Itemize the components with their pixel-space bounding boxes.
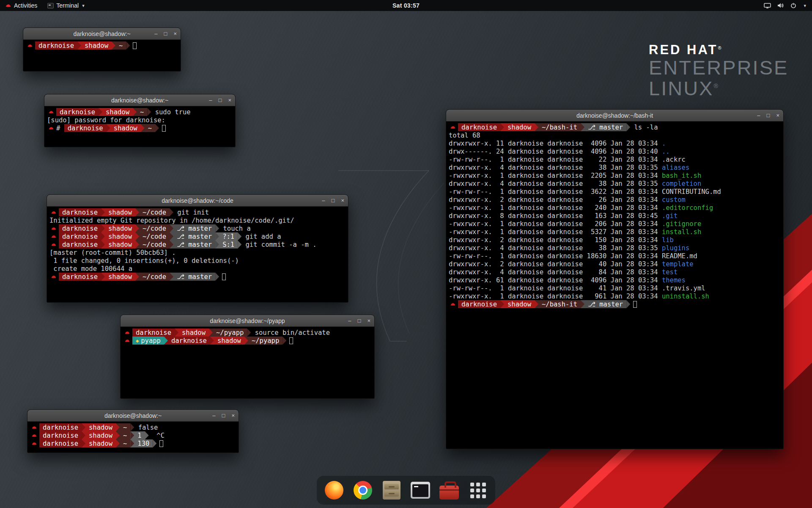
prompt-segment: ~/bash-it [538, 123, 581, 131]
python-icon: ◆ [136, 338, 139, 344]
minimize-button[interactable]: – [322, 198, 325, 203]
close-button[interactable]: × [776, 113, 779, 118]
prompt-segment: S:1 [219, 240, 238, 248]
display-icon[interactable] [764, 3, 771, 8]
redhat-prompt-icon [48, 108, 54, 116]
close-button[interactable]: × [231, 413, 235, 418]
powerline-arrow [130, 439, 134, 447]
window-titlebar[interactable]: darknoise@shadow:~ – □ × [44, 94, 235, 106]
close-button[interactable]: × [341, 198, 344, 203]
maximize-button[interactable]: □ [219, 97, 222, 103]
window-title: darknoise@shadow:~/code [162, 197, 233, 204]
terminal-content[interactable]: darknoiseshadow~/code git initInitialize… [47, 207, 348, 282]
output-line: -rwxrwxr-x. 1 darknoise darknoise 240 Ja… [449, 204, 781, 212]
dock-terminal-icon[interactable] [410, 480, 431, 501]
prompt-segment: shadow [81, 41, 112, 50]
output-line: drwxrwxr-x. 2 darknoise darknoise 40 Jan… [449, 260, 781, 268]
redhat-prompt-icon [48, 124, 54, 132]
dock-app-grid-icon[interactable] [467, 480, 488, 501]
prompt-segment: ~/code [139, 273, 170, 281]
powerline-arrow [215, 224, 219, 232]
close-button[interactable]: × [367, 318, 370, 323]
output-line: drwxrwxr-x. 8 darknoise darknoise 163 Ja… [449, 212, 781, 220]
output-line: -rwxrwxr-x. 1 darknoise darknoise 961 Ja… [449, 292, 781, 300]
terminal-content[interactable]: darknoiseshadow~ sudo true[sudo] passwor… [44, 106, 235, 134]
file-name: test [662, 268, 678, 276]
file-name: .editorconfig [662, 204, 713, 212]
file-name: .gitignore [662, 220, 701, 228]
output-text: [master (root-commit) 50bcb63] . [49, 248, 176, 257]
file-name: bash_it.sh [662, 171, 701, 179]
volume-icon[interactable] [777, 3, 784, 8]
powerline-arrow [581, 123, 584, 131]
prompt-segment: 1 [134, 431, 145, 439]
file-name: lib [662, 236, 674, 244]
dock-chrome-icon[interactable] [352, 480, 373, 501]
terminal-content[interactable]: darknoiseshadow~ [23, 40, 181, 51]
output-text: total 68 [449, 131, 480, 139]
maximize-button[interactable]: □ [164, 31, 167, 36]
chevron-down-icon[interactable]: ▾ [804, 3, 806, 8]
maximize-button[interactable]: □ [767, 113, 770, 118]
redhat-prompt-icon [124, 329, 130, 337]
prompt-segment: darknoise [59, 224, 101, 232]
terminal-content[interactable]: darknoiseshadow~/pyapp source bin/activa… [121, 327, 374, 346]
dock-software-icon[interactable] [439, 480, 460, 501]
command-text: git add a [241, 232, 281, 240]
window-titlebar[interactable]: darknoise@shadow:~/bash-it – □ × [446, 110, 783, 121]
powerline-arrow [101, 273, 105, 281]
terminal-content[interactable]: darknoiseshadow~/bash-it⎇ master ls -lat… [446, 121, 783, 310]
gnome-top-bar: Activities Terminal ▾ Sat 03:57 ▾ [0, 0, 812, 11]
powerline-arrow [535, 123, 538, 131]
file-name: .. [662, 147, 670, 155]
prompt-segment: ⎇ master [173, 224, 215, 232]
powerline-arrow [101, 208, 105, 216]
dock-firefox-icon[interactable] [324, 480, 345, 501]
file-name: uninstall.sh [662, 292, 709, 300]
output-line: [master (root-commit) 50bcb63] . [49, 248, 346, 257]
power-icon[interactable] [790, 3, 796, 8]
close-button[interactable]: × [173, 31, 177, 36]
close-button[interactable]: × [228, 97, 231, 103]
powerline-arrow [238, 232, 241, 240]
window-titlebar[interactable]: darknoise@shadow:~ – □ × [27, 410, 239, 422]
output-line: -rwxrwxr-x. 1 darknoise darknoise 2205 J… [449, 171, 781, 179]
maximize-button[interactable]: □ [332, 198, 335, 203]
prompt-segment: shadow [105, 224, 135, 232]
maximize-button[interactable]: □ [358, 318, 361, 323]
app-menu-button[interactable]: Terminal ▾ [42, 0, 89, 11]
minimize-button[interactable]: – [757, 113, 760, 118]
window-titlebar[interactable]: darknoise@shadow:~/code – □ × [47, 195, 348, 207]
clock[interactable]: Sat 03:57 [392, 2, 420, 9]
app-menu-label: Terminal [56, 2, 79, 9]
prompt-segment: darknoise [64, 124, 107, 132]
file-name: install.sh [662, 228, 701, 236]
powerline-arrow [135, 208, 139, 216]
minimize-button[interactable]: – [154, 31, 157, 36]
powerline-arrow [135, 232, 139, 240]
window-titlebar[interactable]: darknoise@shadow:~ – □ × [23, 28, 181, 40]
activities-button[interactable]: Activities [0, 0, 42, 11]
prompt-line: darknoiseshadow~/code⎇ master?:1 git add… [49, 232, 346, 240]
powerline-arrow [581, 300, 584, 308]
powerline-arrow [244, 337, 248, 345]
maximize-button[interactable]: □ [222, 413, 225, 418]
prompt-segment: darknoise [39, 439, 82, 447]
window-title: darknoise@shadow:~/pyapp [210, 318, 285, 324]
powerline-arrow [116, 431, 120, 439]
dock-files-icon[interactable] [381, 480, 402, 501]
powerline-arrow [626, 123, 630, 131]
terminal-content[interactable]: darknoiseshadow~ falsedarknoiseshadow~1 … [27, 422, 239, 449]
powerline-arrow [215, 240, 219, 248]
prompt-segment: shadow [504, 123, 535, 131]
window-titlebar[interactable]: darknoise@shadow:~/pyapp – □ × [121, 315, 374, 327]
minimize-button[interactable]: – [212, 413, 215, 418]
output-text: drwxrwxr-x. 4 darknoise darknoise 38 Jan… [449, 179, 662, 188]
minimize-button[interactable]: – [209, 97, 212, 103]
powerline-arrow [135, 224, 139, 232]
redhat-prompt-icon [51, 240, 57, 248]
command-text: sudo true [151, 108, 190, 116]
window-title: darknoise@shadow:~ [73, 30, 130, 37]
powerline-arrow [500, 123, 504, 131]
minimize-button[interactable]: – [348, 318, 351, 323]
